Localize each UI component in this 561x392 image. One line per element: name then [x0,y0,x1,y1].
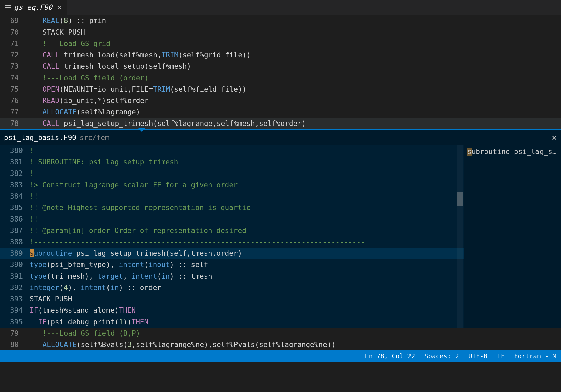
code-line[interactable]: 72 CALL trimesh_load(self%mesh,TRIM(self… [0,49,561,61]
code-text: ALLOCATE(self%lagrange) [26,106,561,118]
code-line[interactable]: 74 !---Load GS field (order) [0,72,561,84]
peek-filename: psi_lag_basis.F90 [4,134,76,142]
code-line[interactable]: 77 ALLOCATE(self%lagrange) [0,106,561,118]
code-text: !---------------------------------------… [30,236,464,248]
code-text: !! @note Highest supported representatio… [30,202,464,213]
code-line[interactable]: 393STACK_PUSH [0,293,464,305]
code-text: !---Load GS field (B,P) [26,328,561,339]
code-text: ALLOCATE(self%Bvals(3,self%lagrange%ne),… [26,339,561,350]
line-number: 388 [0,236,30,248]
code-line[interactable]: 383!> Construct lagrange scalar FE for a… [0,179,464,191]
code-line[interactable]: 390type(psi_bfem_type), intent(inout) ::… [0,259,464,271]
code-text: CALL trimesh_load(self%mesh,TRIM(self%gr… [26,49,561,61]
code-line[interactable]: 70 STACK_PUSH [0,27,561,38]
line-number: 384 [0,191,30,202]
code-line[interactable]: 392integer(4), intent(in) :: order [0,282,464,293]
code-text: !> Construct lagrange scalar FE for a gi… [30,179,464,191]
code-line[interactable]: 380!------------------------------------… [0,145,464,156]
code-line[interactable]: 75 OPEN(NEWUNIT=io_unit,FILE=TRIM(self%f… [0,84,561,95]
peek-filepath: src/fem [80,134,110,142]
code-line[interactable]: 394IF(tmesh%stand_alone)THEN [0,305,464,316]
line-number: 394 [0,305,30,316]
line-number: 71 [0,38,26,49]
line-number: 387 [0,225,30,236]
scrollbar-thumb[interactable] [457,192,463,206]
peek-editor[interactable]: 380!------------------------------------… [0,145,464,328]
code-text: !! [30,191,464,202]
code-text: !---------------------------------------… [30,145,464,156]
line-number: 386 [0,213,30,225]
line-number: 80 [0,339,26,350]
peek-reference-item[interactable]: subroutine psi_lag_set… [464,146,561,157]
code-line[interactable]: 388!------------------------------------… [0,236,464,248]
code-line[interactable]: 79 !---Load GS field (B,P) [0,328,561,339]
code-line[interactable]: 395 IF(psi_debug_print(1))THEN [0,316,464,328]
code-line[interactable]: 381! SUBROUTINE: psi_lag_setup_trimesh [0,156,464,168]
line-number: 383 [0,179,30,191]
peek-view: psi_lag_basis.F90 src/fem × 380!--------… [0,129,561,328]
status-language[interactable]: Fortran - M [509,352,561,360]
code-line[interactable]: 386!! [0,213,464,225]
editor-tab[interactable]: gs_eq.F90 × [0,0,67,15]
status-position[interactable]: Ln 78, Col 22 [360,352,420,360]
code-line[interactable]: 80 ALLOCATE(self%Bvals(3,self%lagrange%n… [0,339,561,350]
line-number: 74 [0,72,26,84]
line-number: 385 [0,202,30,213]
code-text: OPEN(NEWUNIT=io_unit,FILE=TRIM(self%fiel… [26,84,561,95]
tab-title: gs_eq.F90 [14,3,52,11]
line-number: 382 [0,168,30,179]
status-eol[interactable]: LF [492,352,509,360]
status-encoding[interactable]: UTF-8 [464,352,492,360]
code-line[interactable]: 389subroutine psi_lag_setup_trimesh(self… [0,248,464,259]
code-line[interactable]: 71 !---Load GS grid [0,38,561,49]
code-text: READ(io_unit,*)self%order [26,95,561,106]
close-icon[interactable]: × [552,133,557,143]
code-line[interactable]: 387!! @param[in] order Order of represen… [0,225,464,236]
code-text: IF(psi_debug_print(1))THEN [30,316,464,328]
line-number: 70 [0,27,26,38]
tab-bar: gs_eq.F90 × [0,0,561,15]
code-line[interactable]: 384!! [0,191,464,202]
line-number: 389 [0,248,30,259]
line-number: 381 [0,156,30,168]
peek-header: psi_lag_basis.F90 src/fem × [0,130,561,145]
line-number: 392 [0,282,30,293]
line-number: 391 [0,271,30,282]
peek-reference-list[interactable]: subroutine psi_lag_set… [464,145,561,328]
line-number: 72 [0,49,26,61]
close-icon[interactable]: × [58,3,62,11]
code-text: subroutine psi_lag_setup_trimesh(self,tm… [30,248,464,259]
line-number: 79 [0,328,26,339]
code-text: REAL(8) :: pmin [26,15,561,27]
code-line[interactable]: 385!! @note Highest supported representa… [0,202,464,213]
editor-top[interactable]: 69 REAL(8) :: pmin70 STACK_PUSH71 !---Lo… [0,15,561,129]
menu-icon [5,5,11,9]
line-number: 395 [0,316,30,328]
code-line[interactable]: 73 CALL trimesh_local_setup(self%mesh) [0,61,561,72]
code-text: STACK_PUSH [26,27,561,38]
code-text: !---------------------------------------… [30,168,464,179]
line-number: 390 [0,259,30,271]
code-text: !! @param[in] order Order of representat… [30,225,464,236]
code-line[interactable]: 391type(tri_mesh), target, intent(in) ::… [0,271,464,282]
code-text: IF(tmesh%stand_alone)THEN [30,305,464,316]
code-line[interactable]: 78 CALL psi_lag_setup_trimesh(self%lagra… [0,118,561,129]
code-line[interactable]: 76 READ(io_unit,*)self%order [0,95,561,106]
line-number: 69 [0,15,26,27]
code-text: type(psi_bfem_type), intent(inout) :: se… [30,259,464,271]
code-text: !---Load GS grid [26,38,561,49]
line-number: 77 [0,106,26,118]
editor-bottom[interactable]: 79 !---Load GS field (B,P)80 ALLOCATE(se… [0,328,561,350]
code-text: ! SUBROUTINE: psi_lag_setup_trimesh [30,156,464,168]
line-number: 75 [0,84,26,95]
line-number: 76 [0,95,26,106]
code-line[interactable]: 69 REAL(8) :: pmin [0,15,561,27]
code-line[interactable]: 382!------------------------------------… [0,168,464,179]
code-text: type(tri_mesh), target, intent(in) :: tm… [30,271,464,282]
line-number: 78 [0,118,26,129]
scrollbar-track[interactable] [457,145,463,328]
code-text: STACK_PUSH [30,293,464,305]
code-text: CALL trimesh_local_setup(self%mesh) [26,61,561,72]
status-indent[interactable]: Spaces: 2 [420,352,464,360]
line-number: 73 [0,61,26,72]
